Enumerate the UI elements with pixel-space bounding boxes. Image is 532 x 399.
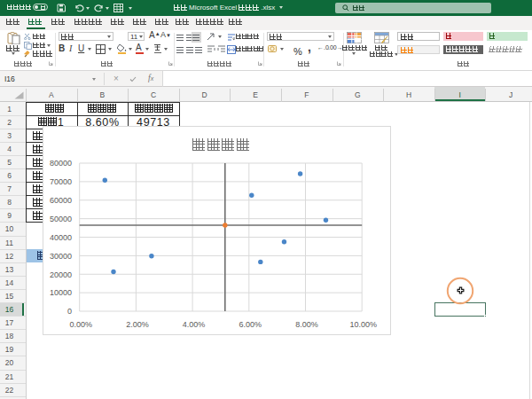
svg-text:8.00%: 8.00% [295,320,318,329]
svg-text:70000: 70000 [50,177,72,186]
svg-text:10000: 10000 [50,288,72,297]
svg-text:0.00%: 0.00% [69,320,92,329]
svg-text:20000: 20000 [50,270,72,279]
svg-text:2.00%: 2.00% [126,320,149,329]
svg-text:0: 0 [67,307,72,316]
svg-text:80000: 80000 [50,159,72,168]
svg-text:4.00%: 4.00% [183,320,206,329]
svg-text:60000: 60000 [50,196,72,205]
svg-text:6.00%: 6.00% [239,320,262,329]
svg-text:10.00%: 10.00% [349,320,377,329]
svg-text:30000: 30000 [50,252,72,261]
svg-text:50000: 50000 [50,215,72,223]
svg-text:40000: 40000 [50,233,72,242]
